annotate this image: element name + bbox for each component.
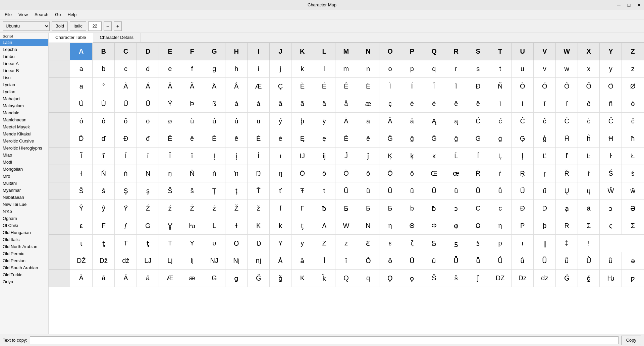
char-cell[interactable]: Ũ [335,182,357,200]
char-cell[interactable]: p [489,235,512,252]
char-cell[interactable]: υ [203,235,225,252]
char-cell[interactable]: ņ [159,165,181,182]
char-cell[interactable]: dž [115,252,137,270]
char-cell[interactable]: Ř [556,165,578,182]
sidebar-item-ogham[interactable]: Ogham [0,215,48,222]
char-cell[interactable]: Ľ [534,148,556,165]
char-cell[interactable]: ǖ [467,252,489,270]
char-cell[interactable]: h [225,60,248,78]
bold-button[interactable]: Bold [52,21,68,31]
char-cell[interactable]: Ŝ [70,182,93,200]
char-cell[interactable]: ē [181,130,203,148]
char-cell[interactable]: ļ [511,148,533,165]
col-header-G[interactable]: G [203,43,225,60]
col-header-I[interactable]: I [248,43,270,60]
char-cell[interactable]: Ρ [511,217,533,235]
sidebar-item-old-permic[interactable]: Old Permic [0,250,48,257]
char-cell[interactable]: ĥ [578,130,600,148]
char-cell[interactable]: ǩ [313,270,335,287]
char-cell[interactable]: ǧ [269,270,291,287]
char-cell[interactable]: Ċ [556,113,578,130]
char-cell[interactable]: Č [600,113,622,130]
char-cell[interactable]: ŧ [313,182,335,200]
char-cell[interactable]: DŽ [70,252,93,270]
sidebar-item-old-hungarian[interactable]: Old Hungarian [0,229,48,236]
char-cell[interactable]: Ū [379,182,401,200]
char-cell[interactable]: ɩ [70,235,93,252]
sidebar-item-meroitic-cursive[interactable]: Meroitic Cursive [0,137,48,145]
char-cell[interactable]: Ć [467,113,489,130]
char-cell[interactable]: Â [159,78,181,95]
char-cell[interactable]: ε [379,235,401,252]
char-cell[interactable]: ō [313,165,335,182]
char-cell[interactable]: Ð [511,200,533,217]
char-cell[interactable]: Ě [335,130,357,148]
char-cell[interactable]: Ų [556,182,578,200]
char-cell[interactable]: Ƃ [335,200,357,217]
char-cell[interactable]: Ĵ [335,148,357,165]
char-cell[interactable]: Î [423,78,445,95]
char-cell[interactable]: ƫ [291,217,313,235]
char-cell[interactable]: ƚ [225,217,248,235]
char-cell[interactable]: ǜ [600,252,622,270]
char-cell[interactable]: k [291,60,313,78]
char-cell[interactable]: É [313,78,335,95]
char-cell[interactable]: b [93,60,115,78]
menu-search[interactable]: Search [31,11,52,18]
char-cell[interactable]: đ [137,130,159,148]
char-cell[interactable]: Ö [600,78,622,95]
tab-character-table[interactable]: Character Table [49,33,93,43]
col-header-P[interactable]: P [401,43,423,60]
char-cell[interactable]: Υ [181,235,203,252]
char-cell[interactable]: Ĕ [203,130,225,148]
char-cell[interactable]: Б [379,200,401,217]
char-cell[interactable]: F [93,217,115,235]
char-cell[interactable]: È [291,78,313,95]
char-cell[interactable]: Σ [622,217,644,235]
char-cell[interactable]: â [269,95,291,113]
char-cell[interactable]: Φ [423,217,445,235]
char-cell[interactable]: ł [70,165,93,182]
char-cell[interactable]: Ŀ [578,148,600,165]
char-cell[interactable]: ď [93,130,115,148]
char-cell[interactable]: Š [159,182,181,200]
sidebar-item-old-south-arabian[interactable]: Old South Arabian [0,264,48,271]
char-cell[interactable]: z [335,235,357,252]
char-cell[interactable]: Ó [534,78,556,95]
char-cell[interactable]: ß [203,95,225,113]
char-cell[interactable]: d [137,60,159,78]
char-cell[interactable]: ĉ [534,113,556,130]
col-header-B[interactable]: B [93,43,115,60]
char-cell[interactable]: t [489,60,512,78]
char-cell[interactable]: Ġ [467,130,489,148]
sidebar-item-meroitic-hieroglyphs[interactable]: Meroitic Hieroglyphs [0,145,48,152]
char-cell[interactable]: ŵ [622,182,644,200]
char-cell[interactable]: Ŋ [248,165,270,182]
col-header-R[interactable]: R [445,43,467,60]
char-cell[interactable]: ŝ [93,182,115,200]
char-cell[interactable]: Ģ [511,130,533,148]
char-cell[interactable]: W [335,217,357,235]
char-cell[interactable]: dz [534,270,556,287]
char-cell[interactable]: Ì [379,78,401,95]
char-cell[interactable]: ó [70,113,93,130]
sidebar-item-multani[interactable]: Multani [0,180,48,187]
char-cell[interactable]: Ï [445,78,467,95]
char-cell[interactable]: Ď [70,130,93,148]
char-cell[interactable]: DZ [489,270,512,287]
char-cell[interactable]: s [467,60,489,78]
char-cell[interactable]: Ħ [600,130,622,148]
char-cell[interactable]: Ş [115,182,137,200]
col-header-X[interactable]: X [578,43,600,60]
sidebar-item-oriya[interactable]: Oriya [0,278,48,285]
char-cell[interactable]: nj [248,252,270,270]
char-cell[interactable]: ǔ [423,252,445,270]
char-cell[interactable]: ĸ [423,148,445,165]
char-cell[interactable]: ƿ [622,270,644,287]
char-cell[interactable]: T [115,235,137,252]
char-cell[interactable]: ƒ [115,217,137,235]
sidebar-item-miao[interactable]: Miao [0,152,48,159]
char-cell[interactable]: Σ [578,217,600,235]
char-cell[interactable]: Ž [225,200,248,217]
char-cell[interactable]: Ä [203,78,225,95]
